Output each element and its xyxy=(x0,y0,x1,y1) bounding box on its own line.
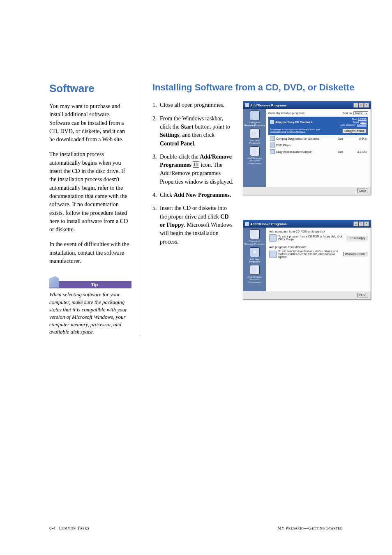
page-footer: 6-4 Common Tasks My Presario—Getting Sta… xyxy=(49,525,343,530)
list-item[interactable]: Easy Access Button Support Size3.17MB xyxy=(268,148,368,155)
step-num: 3. xyxy=(152,153,160,186)
window-footer: Close xyxy=(243,291,371,299)
step-num: 2. xyxy=(152,115,160,148)
section-cd-floppy: Add a program from CD-ROM or floppy disk… xyxy=(269,230,367,242)
sidebar-item-label: Change or Remove Programs xyxy=(244,121,265,127)
close-icon[interactable]: × xyxy=(364,103,369,108)
add-remove-programs-icon xyxy=(193,161,199,168)
sidebar-item-change-remove[interactable]: ⬚ Change or Remove Programs xyxy=(244,229,265,245)
add-new-icon: ✚ xyxy=(250,129,260,138)
right-column: Installing Software from a CD, DVD, or D… xyxy=(140,82,371,336)
sidebar: ⬚ Change or Remove Programs ✚ Add New Pr… xyxy=(243,228,266,291)
step-1: 1. Close all open programmes. xyxy=(152,101,235,109)
window-titlebar: Add/Remove Programs _ □ × xyxy=(243,101,371,109)
windows-update-button[interactable]: Windows Update xyxy=(343,252,367,256)
program-icon xyxy=(270,143,275,147)
window-icon xyxy=(245,222,249,226)
figure-add-new-programs: Add/Remove Programs _ □ × ⬚ xyxy=(243,220,371,299)
left-title: Software xyxy=(49,82,131,95)
page-number: 6-4 xyxy=(49,525,55,530)
sub-text: To change this program or remove it from… xyxy=(270,128,327,133)
sort-dropdown[interactable]: Name xyxy=(353,111,368,115)
step-4: 4. Click Add New Programmes. xyxy=(152,191,235,199)
tip-body: When selecting software for your compute… xyxy=(49,291,131,336)
step-text: Insert the CD or diskette into the prope… xyxy=(160,205,227,219)
step-text: Click xyxy=(160,192,174,198)
windows-components-icon: ◧ xyxy=(250,265,260,275)
program-icon xyxy=(270,149,275,154)
step-body: From the Windows taskbar, click the Star… xyxy=(160,115,235,148)
installed-label: Currently installed programs: xyxy=(268,112,305,115)
window-icon xyxy=(245,103,249,107)
sidebar-item-add-new[interactable]: ✚ Add New Programs xyxy=(244,247,265,263)
footer-right-2: Getting Started xyxy=(308,525,343,530)
program-name: Easy Access Button Support xyxy=(276,150,338,153)
step-bold: Control Panel xyxy=(160,140,194,147)
step-num: 5. xyxy=(152,204,160,246)
program-icon xyxy=(270,120,274,124)
list-item[interactable]: Compaq Diagnostics for Windows Size684KB xyxy=(268,135,368,142)
window-title: Add/Remove Programs xyxy=(250,104,353,107)
step-text: Close all open programmes. xyxy=(160,102,224,108)
program-name: Adaptec Easy CD Creator 4 xyxy=(275,121,341,124)
window-buttons: _ □ × xyxy=(353,103,369,108)
sort-by: Sort by: Name xyxy=(343,111,368,115)
close-icon[interactable]: × xyxy=(364,221,369,226)
minimize-icon[interactable]: _ xyxy=(353,221,358,226)
step-num: 1. xyxy=(152,101,160,109)
sidebar-item-windows-components[interactable]: ◧ Add/Remove Windows Components xyxy=(244,146,265,165)
step-3: 3. Double-click the Add/Remove Programme… xyxy=(152,153,235,186)
step-2: 2. From the Windows taskbar, click the S… xyxy=(152,115,235,148)
change-remove-icon: ⬚ xyxy=(250,229,260,239)
sidebar-item-label: Add/Remove Windows Components xyxy=(244,276,265,284)
step-num: 4. xyxy=(152,191,160,199)
sidebar-item-label: Add New Programs xyxy=(244,258,265,263)
program-meta: Size684KB xyxy=(338,137,367,140)
list-item-selected-sub: To change this program or remove it from… xyxy=(268,127,368,135)
footer-sep: — xyxy=(304,525,308,530)
footer-section: Common Tasks xyxy=(59,525,90,530)
footer-right-1: My Presario xyxy=(277,525,304,530)
close-button[interactable]: Close xyxy=(357,189,368,193)
left-column: Software You may want to purchase and in… xyxy=(49,82,140,336)
step-body: Close all open programmes. xyxy=(160,101,235,109)
step-body: Click Add New Programmes. xyxy=(160,191,235,199)
right-title: Installing Software from a CD, DVD, or D… xyxy=(152,82,371,93)
program-meta: Size 6.73MB Used rarely Last Used On 8/1… xyxy=(341,118,367,126)
sidebar: ⬚ Change or Remove Programs ✚ Add New Pr… xyxy=(243,109,266,187)
section-heading: Add programs from Microsoft xyxy=(269,246,367,249)
step-5: 5. Insert the CD or diskette into the pr… xyxy=(152,204,235,246)
tip-box: Tip When selecting software for your com… xyxy=(49,278,131,336)
step-body: Insert the CD or diskette into the prope… xyxy=(160,204,235,246)
step-text: Double-click the xyxy=(160,154,200,160)
maximize-icon[interactable]: □ xyxy=(359,103,364,108)
sort-label: Sort by: xyxy=(343,112,353,115)
step-bold: Add New Programmes. xyxy=(174,192,231,198)
close-button[interactable]: Close xyxy=(357,293,368,297)
section-heading: Add a program from CD-ROM or floppy disk xyxy=(269,230,367,233)
sidebar-item-label: Add/Remove Windows Components xyxy=(244,157,265,165)
window-titlebar: Add/Remove Programs _ □ × xyxy=(243,220,371,228)
add-new-icon: ✚ xyxy=(250,247,260,257)
steps-list: 1. Close all open programmes. 2. From th… xyxy=(152,101,235,316)
sidebar-item-windows-components[interactable]: ◧ Add/Remove Windows Components xyxy=(244,265,265,284)
list-item[interactable]: DVD Player xyxy=(268,142,368,148)
step-body: Double-click the Add/Remove Programmes i… xyxy=(160,153,235,186)
window-buttons: _ □ × xyxy=(353,221,369,226)
change-remove-button[interactable]: Change/Remove xyxy=(342,129,367,133)
program-name: Compaq Diagnostics for Windows xyxy=(276,137,338,140)
sidebar-item-change-remove[interactable]: ⬚ Change or Remove Programs xyxy=(244,111,265,127)
sidebar-item-add-new[interactable]: ✚ Add New Programs xyxy=(244,129,265,145)
section-windows-update: Add programs from Microsoft To add new W… xyxy=(269,246,367,258)
main-panel: Add a program from CD-ROM or floppy disk… xyxy=(266,228,371,291)
main-panel: Currently installed programs: Sort by: N… xyxy=(266,109,371,187)
cd-or-floppy-button[interactable]: CD or Floppy xyxy=(348,236,367,240)
minimize-icon[interactable]: _ xyxy=(353,103,358,108)
maximize-icon[interactable]: □ xyxy=(359,221,364,226)
sidebar-item-label: Add New Programs xyxy=(244,139,265,145)
sidebar-item-label: Change or Remove Programs xyxy=(244,240,265,245)
list-item-selected[interactable]: Adaptec Easy CD Creator 4 Size 6.73MB Us… xyxy=(268,117,368,127)
window-title: Add/Remove Programs xyxy=(250,222,353,226)
tip-icon xyxy=(49,276,59,288)
globe-icon xyxy=(269,251,277,258)
